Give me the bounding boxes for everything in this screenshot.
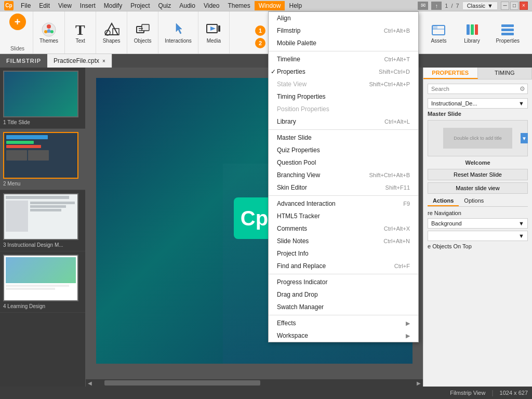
ribbon-group-properties: Properties [489,18,526,47]
horizontal-scrollbar[interactable]: ◀ ▶ [86,379,423,387]
text-button[interactable]: T Text [70,20,91,45]
email-icon[interactable]: ✉ [418,2,428,10]
menu-edit[interactable]: Edit [35,1,54,10]
svg-point-1 [47,24,51,29]
svg-rect-17 [432,25,437,29]
scroll-thumb-h[interactable] [104,380,260,385]
properties-button[interactable]: Properties [494,20,522,45]
svg-rect-15 [218,25,220,32]
svg-marker-6 [105,23,118,35]
ribbon: + Slides Themes T [0,11,532,54]
add-slide-button[interactable]: + [9,14,26,30]
ribbon-group-themes: Themes [33,11,65,54]
minimize-button[interactable]: ─ [501,2,509,10]
slide-item-1[interactable]: 1 Title Slide [0,68,85,129]
search-input[interactable] [428,84,517,94]
slide-thumb-4 [3,255,78,301]
menu-audio[interactable]: Audio [175,1,200,10]
status-bar: Filmstrip View | 1024 x 627 [0,387,532,399]
tab-actions[interactable]: Actions [428,196,459,206]
classic-dropdown-icon: ▼ [487,3,493,9]
shapes-button[interactable]: Shapes [101,20,123,45]
interactions-button[interactable]: Interactions [163,20,194,45]
scroll-right-arrow[interactable]: ▶ [415,380,423,386]
assets-button[interactable]: Assets [428,20,449,45]
svg-point-2 [44,30,47,33]
ribbon-group-media: Media [198,11,230,54]
divider-1 [269,51,418,51]
second-dropdown[interactable]: ▼ [428,231,528,241]
ribbon-group-objects: Objects [127,11,158,54]
themes-button[interactable]: Themes [37,20,60,45]
menu-item-branching-view[interactable]: Branching View Shift+Ctrl+Alt+B [269,169,418,181]
tab-timing[interactable]: TIMING [478,68,533,79]
menu-video[interactable]: Video [200,1,223,10]
menu-item-mobile-palette[interactable]: Mobile Palette 2 [269,37,418,49]
menu-file[interactable]: File [17,1,35,10]
menu-item-swatch-manager[interactable]: Swatch Manager [269,301,418,313]
tab-properties[interactable]: PROPERTIES [423,68,478,79]
slide-item-4[interactable]: 4 Learning Design [0,251,85,313]
tab-options[interactable]: Options [459,196,489,206]
master-preview-arrow[interactable]: ▼ [521,133,528,143]
media-button[interactable]: Media [203,20,224,45]
menu-item-question-pool[interactable]: Question Pool [269,156,418,169]
master-add-title-label: Double click to add title [454,136,502,141]
dimensions-label: 1024 x 627 [500,390,528,396]
classic-selector[interactable]: Classic ▼ [462,2,498,10]
menu-item-comments[interactable]: Comments Ctrl+Alt+X [269,222,418,235]
menu-item-timing-props[interactable]: Timing Properties [269,90,418,103]
menu-quiz[interactable]: Quiz [154,1,176,10]
menu-item-progress-indicator[interactable]: Progress Indicator [269,276,418,288]
menu-help[interactable]: Help [285,1,306,10]
background-dropdown[interactable]: Background ▼ [428,218,528,229]
menu-item-skin-editor[interactable]: Skin Editor Shift+F11 [269,181,418,194]
master-view-button[interactable]: Master slide view [428,182,528,194]
file-tab[interactable]: PracticeFile.cptx × [47,54,112,68]
menu-view[interactable]: View [54,1,76,10]
menu-item-find-replace[interactable]: Find and Replace Ctrl+F [269,260,418,272]
menu-item-filmstrip[interactable]: Filmstrip Ctrl+Alt+B 1 [269,24,418,37]
ribbon-group-library: Library [456,18,487,47]
ribbon-group-interactions: Interactions [158,11,198,54]
slide-item-2[interactable]: 2 Menu [0,129,85,190]
restore-button[interactable]: □ [510,2,518,10]
menu-themes[interactable]: Themes [223,1,254,10]
master-select[interactable]: Instructional_De... ▼ [428,98,528,109]
ribbon-group-shapes: Shapes [96,11,127,54]
menu-item-state-view[interactable]: State View Shift+Ctrl+Alt+P [269,78,418,90]
close-button[interactable]: × [520,2,528,10]
menu-project[interactable]: Project [126,1,154,10]
menu-item-project-info[interactable]: Project Info [269,247,418,260]
menu-item-timeline[interactable]: Timeline Ctrl+Alt+T [269,53,418,65]
menu-modify[interactable]: Modify [100,1,126,10]
scroll-left-arrow[interactable]: ◀ [86,380,94,386]
menu-item-master-slide[interactable]: Master Slide [269,131,418,144]
menu-item-properties[interactable]: Properties Shift+Ctrl+D [269,65,418,78]
menu-item-advanced-interaction[interactable]: Advanced Interaction F9 [269,197,418,210]
menu-insert[interactable]: Insert [76,1,100,10]
menu-item-drag-drop[interactable]: Drag and Drop [269,288,418,301]
menu-item-quiz-props[interactable]: Quiz Properties [269,144,418,156]
main-area: 1 Title Slide 2 Menu [0,68,532,387]
library-button[interactable]: Library [461,20,482,45]
divider-4 [269,274,418,274]
panel-section-tabs: Actions Options [428,196,528,207]
slide-item-3[interactable]: 3 Instructional Design M... [0,190,85,251]
reset-master-button[interactable]: Reset Master Slide [428,169,528,180]
menu-item-align[interactable]: Align [269,12,418,24]
menu-item-position-props[interactable]: Position Properties [269,103,418,115]
menu-item-html5-tracker[interactable]: HTML5 Tracker [269,210,418,222]
file-tab-label: PracticeFile.cptx [54,57,99,64]
master-slide-preview: Double click to add title ▼ [428,120,528,156]
svg-rect-23 [501,29,514,31]
objects-button[interactable]: Objects [132,20,154,45]
menu-window[interactable]: Window [255,1,285,10]
menu-item-workspace[interactable]: Workspace ▶ [269,329,418,342]
panel-tabs: PROPERTIES TIMING [423,68,532,79]
share-icon[interactable]: ↑ [431,2,442,10]
menu-item-effects[interactable]: Effects ▶ [269,317,418,329]
menu-item-library[interactable]: Library Ctrl+Alt+L [269,115,418,128]
menu-item-slide-notes[interactable]: Slide Notes Ctrl+Alt+N [269,235,418,247]
file-tab-close[interactable]: × [102,58,105,64]
